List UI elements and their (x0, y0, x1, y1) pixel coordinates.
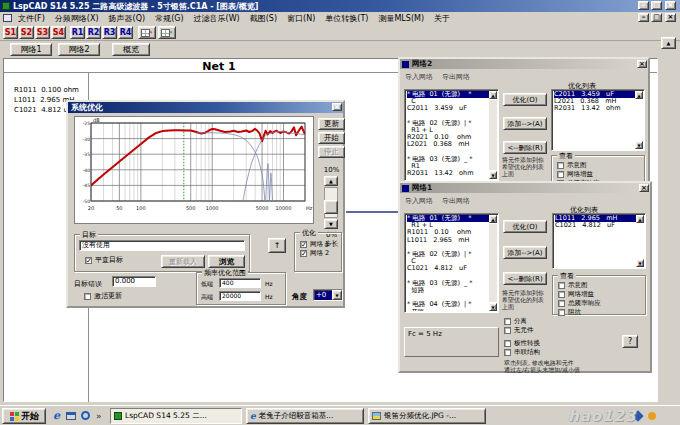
circuit-row[interactable] (407, 244, 489, 251)
optimize-row[interactable]: L2021 0.368 mH (554, 98, 635, 105)
tray-icon-2[interactable] (648, 412, 656, 420)
net1-import-menu[interactable]: 导入网络 (405, 196, 433, 206)
menu-item[interactable]: 关于 (434, 13, 450, 24)
low-end-input[interactable]: 400 (219, 278, 261, 288)
circuit-row[interactable]: L2021 0.368 mH (407, 141, 489, 148)
r-button[interactable]: R2 (86, 26, 101, 39)
circuit-row[interactable] (407, 113, 489, 120)
circuit-row[interactable]: * 电路 02 (无源) | * (407, 251, 489, 258)
view-checkbox[interactable]: 网络增益 (557, 170, 600, 179)
circuit-row[interactable]: C (407, 98, 489, 105)
option-checkbox[interactable]: 分离 (504, 317, 534, 326)
taskbar-task-image[interactable]: 银笛分频优化.JPG -... (368, 408, 486, 424)
scroll-down-icon[interactable]: ▼ (635, 141, 643, 149)
optimize-row[interactable]: L1011 2.965 mH (555, 215, 636, 222)
menu-item[interactable]: 窗口(N) (287, 13, 315, 24)
circuit-row[interactable]: * 电路 01 (无源) * (407, 215, 489, 222)
scroll-down-icon[interactable]: ▼ (489, 303, 497, 311)
net2-nav-button[interactable]: 网络2 (58, 43, 100, 56)
circuit-row[interactable] (407, 149, 489, 156)
net2-export-menu[interactable]: 导出网络 (442, 72, 470, 82)
circuit-row[interactable]: * 电路 03 (无源) _ * (407, 280, 489, 287)
circuit-row[interactable]: C1021 4.812 uF (407, 265, 489, 272)
r-button[interactable]: R4 (118, 26, 133, 39)
menu-item[interactable]: 分频网络(X) (55, 13, 99, 24)
view-checkbox[interactable]: 示意图 (558, 281, 601, 290)
circuit-row[interactable]: R2021 0.10 ohm (407, 134, 489, 141)
start-button[interactable]: 开始 (2, 408, 46, 424)
net1-remove-button[interactable]: <--删除(R) (503, 272, 547, 285)
ie-icon[interactable]: e (53, 409, 60, 422)
menu-item[interactable]: 过滤音乐(W) (194, 13, 240, 24)
option-checkbox[interactable]: 无元件 (504, 326, 534, 335)
mdi-close-icon[interactable]: × (665, 13, 676, 22)
scroll-up-icon[interactable]: ▲ (489, 215, 497, 223)
optimize-net-checkbox[interactable]: ✓网络 2 (300, 249, 329, 258)
target-input[interactable]: 没有使用 (79, 240, 245, 251)
r-button[interactable]: R1 (70, 26, 85, 39)
net2-import-menu[interactable]: 导入网络 (405, 72, 433, 82)
close-icon[interactable]: × (665, 1, 676, 10)
optimize-net-checkbox[interactable]: ✓网络 1 (300, 240, 329, 249)
circuit-row[interactable]: * 电路 03 (无源) _ * (407, 156, 489, 163)
net1-circuit-list[interactable]: * 电路 01 (无源) * R1 + LR1011 0.10 ohmL1011… (404, 213, 499, 313)
r-button[interactable]: R3 (102, 26, 117, 39)
scroll-up-icon[interactable]: ▲ (636, 215, 644, 223)
net1-nav-button[interactable]: 网络1 (10, 43, 52, 56)
net1-export-menu[interactable]: 导出网络 (442, 196, 470, 206)
activate-update-checkbox[interactable]: 激活更新 (84, 292, 122, 301)
scroll-up-icon[interactable]: ▲ (661, 37, 676, 49)
high-end-input[interactable]: 20000 (219, 291, 261, 301)
circuit-row[interactable]: 开路 (407, 309, 489, 311)
net2-circuit-list[interactable]: * 电路 01 (无源) * CC2011 3.459 uF * 电路 02 (… (404, 89, 499, 181)
globe-icon[interactable] (81, 411, 90, 420)
flat-target-checkbox[interactable]: ✓ 平直目标 (85, 256, 123, 265)
angle-dropdown[interactable]: +0 ▼ (313, 289, 343, 301)
menu-item[interactable]: 扬声器(Q) (109, 13, 146, 24)
view-checkbox[interactable]: 阻抗 (558, 308, 601, 317)
view-checkbox[interactable]: 网络增益 (558, 290, 601, 299)
circuit-row[interactable]: * 电路 01 (无源) * (407, 91, 489, 98)
circuit-row[interactable]: R1011 0.10 ohm (407, 229, 489, 236)
s-button[interactable]: S1 (3, 26, 18, 39)
optimize-row[interactable]: C1021 4.812 uF (555, 222, 636, 229)
target-error-input[interactable]: 0.000 (112, 276, 156, 287)
stop-button[interactable]: 停止 (318, 146, 345, 158)
taskbar-task-browser[interactable]: e 老兔子介绍毅音箱基... (246, 408, 364, 424)
view-checkbox[interactable]: 总频率响应 (558, 299, 601, 308)
maximize-icon[interactable]: □ (651, 1, 662, 10)
net1-add-button[interactable]: 添加-->(A) (503, 246, 547, 259)
option-checkbox[interactable]: 极性转换 (504, 339, 540, 348)
net2-optimize-list[interactable]: C2011 3.459 uFL2021 0.368 mHR2031 13.42 … (551, 89, 645, 151)
mdi-restore-icon[interactable]: □ (651, 13, 662, 22)
scroll-up-icon[interactable]: ▲ (635, 91, 643, 99)
circuit-row[interactable] (407, 294, 489, 301)
scroll-down-icon[interactable]: ▼ (489, 171, 497, 179)
menu-item[interactable]: 单位转换(T) (325, 13, 368, 24)
quick-launch-more-icon[interactable]: » (96, 411, 102, 421)
toolbar-icon-button-1[interactable]: ↗ (138, 26, 156, 39)
reload-button[interactable]: 重新载入 (161, 255, 205, 268)
optimize-row[interactable]: R2031 13.42 ohm (554, 105, 635, 112)
circuit-row[interactable]: C2011 3.459 uF (407, 105, 489, 112)
menu-item[interactable]: 测量MLS(M) (378, 13, 424, 24)
close-icon[interactable]: × (639, 184, 649, 192)
s-button[interactable]: S4 (51, 26, 66, 39)
option-checkbox[interactable]: 串联结构 (504, 348, 540, 357)
mdi-minimize-icon[interactable]: – (638, 13, 649, 22)
move-up-button[interactable]: ↑ (268, 238, 286, 253)
menu-item[interactable]: 文件(F) (18, 13, 45, 24)
scroll-down-icon[interactable]: ▼ (636, 259, 644, 267)
window-icon[interactable] (66, 412, 76, 420)
net2-optimize-button[interactable]: 优化(O) (503, 93, 547, 106)
help-button[interactable]: ? (622, 335, 638, 348)
s-button[interactable]: S3 (35, 26, 50, 39)
step-scrollbar-thumb[interactable] (324, 200, 338, 214)
net1-optimize-button[interactable]: 优化(O) (503, 220, 547, 233)
circuit-row[interactable]: L1011 2.965 mH (407, 237, 489, 244)
s-button[interactable]: S2 (19, 26, 34, 39)
circuit-row[interactable]: R1 (407, 163, 489, 170)
overview-nav-button[interactable]: 概览 (112, 43, 150, 56)
circuit-row[interactable]: * 电路 04 (无源) | * (407, 301, 489, 308)
circuit-row[interactable]: R1 + L (407, 127, 489, 134)
